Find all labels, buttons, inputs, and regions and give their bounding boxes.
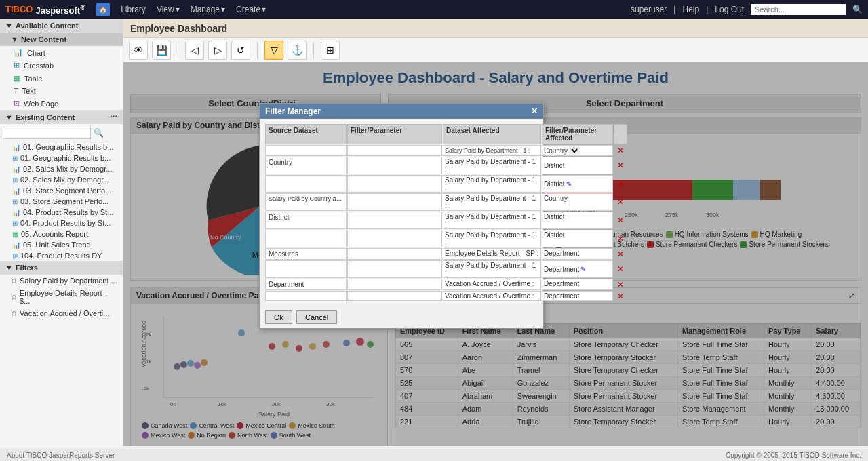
existing-item-3[interactable]: ⊞ 02. Sales Mix by Demogr... [0, 174, 123, 185]
modal-row-1-source: Country [265, 157, 347, 174]
chart-icon: 📊 [14, 48, 23, 57]
main-header: Employee Dashboard [123, 19, 868, 38]
modal-row-0-filter [347, 145, 442, 156]
home-button[interactable]: 🏠 [96, 3, 110, 16]
existing-item-icon-5: ⊞ [12, 198, 18, 205]
save-button[interactable]: 💾 [152, 41, 171, 60]
modal-row-6-delete[interactable]: ✕ [614, 248, 627, 260]
modal-row-4-source: District [265, 212, 347, 229]
table-icon: ▦ [14, 74, 20, 83]
existing-item-2[interactable]: 📊 02. Sales Mix by Demogr... [0, 163, 123, 174]
existing-item-icon-10: ⊞ [12, 252, 18, 260]
sidebar: ▼ Available Content ▼ New Content 📊 Char… [0, 19, 123, 446]
filter-item-1[interactable]: ⚙ Employee Details Report - $... [0, 287, 123, 307]
filter-icon-0: ⚙ [11, 277, 17, 285]
modal-row-7-delete[interactable]: ✕ [614, 260, 627, 278]
undo-button[interactable]: ◁ [185, 41, 204, 60]
modal-row-4-delete[interactable]: ✕ [614, 212, 627, 229]
redo-button[interactable]: ▷ [208, 41, 227, 60]
username: superuser [631, 5, 667, 14]
toolbar: 👁 💾 ◁ ▷ ↺ ▽ ⚓ ⊞ [123, 38, 868, 62]
filter-item-2[interactable]: ⚙ Vacation Accrued / Overti... [0, 307, 123, 319]
existing-content-header[interactable]: ▼ Existing Content ⋯ [0, 110, 123, 124]
sidebar-crosstab-label: Crosstab [24, 62, 54, 70]
existing-item-icon-4: 📊 [12, 187, 20, 195]
modal-row-6-source: Measures [265, 248, 347, 260]
existing-item-9[interactable]: 📊 05. Unit Sales Trend [0, 239, 123, 250]
existing-item-1[interactable]: ⊞ 01. Geographic Results b... [0, 153, 123, 163]
toolbar-separator-2 [257, 42, 258, 58]
modal-row-0-source [265, 145, 347, 156]
modal-row-3-delete[interactable]: ✕ [614, 193, 627, 211]
modal-row-0-select[interactable] [569, 146, 580, 155]
existing-search-input[interactable] [3, 127, 91, 139]
available-content-chevron: ▼ [5, 22, 13, 30]
filter-manager-title: Filter Manager ✕ [260, 104, 543, 119]
new-content-chevron: ▼ [11, 35, 18, 43]
existing-content-label: Existing Content [16, 113, 75, 121]
nav-library[interactable]: Library [121, 5, 146, 14]
sidebar-item-webpage[interactable]: ⊡ Web Page [0, 97, 123, 110]
sidebar-item-crosstab[interactable]: ⊞ Crosstab [0, 59, 123, 72]
nav-view[interactable]: View ▾ [157, 5, 180, 14]
filter-manager-overlay: Filter Manager ✕ Source Dataset Filter/P… [123, 62, 868, 446]
modal-row-9-delete[interactable]: ✕ [614, 291, 627, 301]
logo-tibco: TIBCO [5, 4, 33, 14]
modal-body: Source Dataset Filter/Parameter Dataset … [260, 119, 543, 306]
modal-row-8-delete[interactable]: ✕ [614, 279, 627, 290]
modal-row-0-delete[interactable]: ✕ [614, 145, 627, 156]
text-icon: T [14, 87, 18, 95]
link-button[interactable]: ⚓ [288, 41, 307, 60]
modal-row-8-source: Department [265, 279, 347, 290]
sidebar-item-chart[interactable]: 📊 Chart [0, 46, 123, 59]
nav-create[interactable]: Create ▾ [236, 5, 266, 14]
filters-header[interactable]: ▼ Filters [0, 261, 123, 275]
grid-button[interactable]: ⊞ [321, 41, 340, 60]
modal-row-7-edit[interactable]: ✎ [580, 266, 586, 273]
modal-close-icon[interactable]: ✕ [531, 106, 538, 116]
filters-label: Filters [16, 264, 38, 272]
search-input[interactable] [751, 4, 846, 15]
modal-col-filter: Filter/Parameter [347, 124, 442, 144]
modal-cancel-button[interactable]: Cancel [296, 310, 337, 324]
modal-row-2-edit[interactable]: ✎ [566, 180, 572, 188]
filter-button[interactable]: ▽ [264, 41, 283, 60]
logout-link[interactable]: Log Out [715, 5, 744, 14]
existing-item-4[interactable]: 📊 03. Store Segment Perfo... [0, 185, 123, 196]
sidebar-item-text[interactable]: T Text [0, 85, 123, 97]
refresh-button[interactable]: ↺ [231, 41, 250, 60]
modal-row-2-delete[interactable]: ✕ [614, 175, 627, 193]
existing-item-icon-3: ⊞ [12, 176, 18, 184]
status-left: About TIBCO JasperReports Server [7, 452, 115, 459]
existing-item-10[interactable]: ⊞ 104. Product Results DY [0, 250, 123, 261]
existing-item-0[interactable]: 📊 01. Geographic Results b... [0, 142, 123, 153]
modal-row-8-dataset: Vacation Accrued / Overtime : [443, 279, 541, 290]
existing-search-icon[interactable]: 🔍 [94, 128, 104, 138]
help-link[interactable]: Help [682, 5, 699, 14]
modal-ok-button[interactable]: Ok [265, 310, 292, 324]
new-content-header[interactable]: ▼ New Content [0, 33, 123, 46]
available-content-header[interactable]: ▼ Available Content [0, 19, 123, 33]
existing-options-icon[interactable]: ⋯ [110, 113, 117, 121]
filter-item-0[interactable]: ⚙ Salary Paid by Department ... [0, 275, 123, 287]
existing-item-5[interactable]: ⊞ 03. Store Segment Perfo... [0, 196, 123, 207]
modal-col-dataset: Dataset Affected [443, 124, 541, 144]
preview-button[interactable]: 👁 [129, 41, 148, 60]
existing-item-8[interactable]: ▦ 05. Accounts Report [0, 228, 123, 239]
existing-item-6[interactable]: 📊 04. Product Results by St... [0, 207, 123, 218]
search-icon[interactable]: 🔍 [852, 5, 863, 14]
sidebar-table-label: Table [24, 75, 42, 83]
modal-row-7-filter [347, 260, 442, 278]
sidebar-item-table[interactable]: ▦ Table [0, 72, 123, 85]
existing-item-7[interactable]: ⊞ 04. Product Results by St... [0, 218, 123, 228]
modal-row-6-dataset: Employee Details Report - SP : [443, 248, 541, 260]
modal-row-1-delete[interactable]: ✕ [614, 157, 627, 174]
modal-row-5-source [265, 230, 347, 247]
modal-row-5-delete[interactable]: ✕ [614, 230, 627, 247]
nav-right: superuser | Help | Log Out 🔍 [631, 4, 863, 15]
modal-row-5-dataset: Salary Paid by Department - 1 : [443, 230, 541, 247]
modal-row-5-filter [347, 230, 442, 247]
modal-col-source: Source Dataset [265, 124, 347, 144]
nav-manage[interactable]: Manage ▾ [191, 5, 225, 14]
modal-row-9-filter [347, 291, 442, 301]
